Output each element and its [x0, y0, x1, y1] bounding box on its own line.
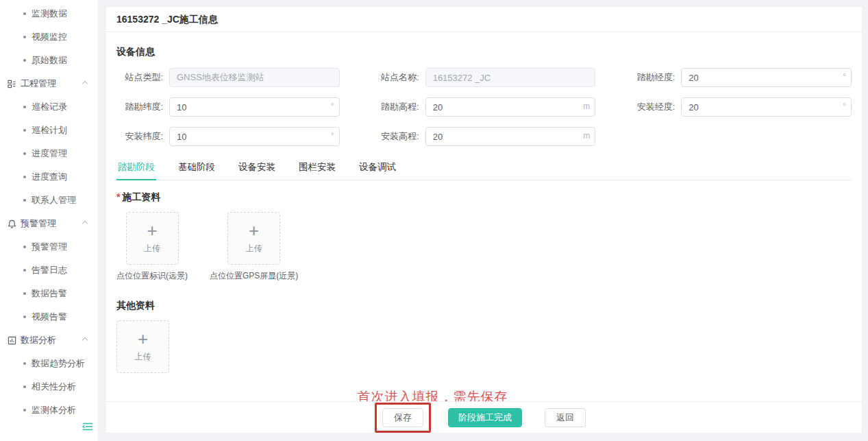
menu-fold-icon[interactable]	[80, 420, 95, 433]
field-install-elevation: 安装高程: m	[373, 127, 596, 146]
sidebar-item-video-alarm[interactable]: 视频告警	[0, 305, 98, 329]
construction-materials-title: *施工资料	[116, 191, 852, 204]
back-button[interactable]: 返回	[545, 408, 586, 427]
field-install-longitude: 安装经度: °	[628, 97, 852, 117]
bullet-icon	[23, 385, 26, 388]
data-analysis-icon	[7, 335, 16, 345]
sidebar-item-data-trend-analysis[interactable]: 数据趋势分析	[0, 352, 98, 375]
upload-caption: 点位位置标识(远景)	[116, 270, 188, 282]
required-asterisk: *	[116, 191, 120, 202]
plus-icon: +	[249, 222, 259, 239]
sidebar: 监测数据 视频监控 原始数据 工程管理 巡检记录 巡检计划 进度管理 进度查询 …	[0, 0, 98, 441]
sidebar-item-label: 数据趋势分析	[32, 357, 85, 370]
alert-management-icon	[7, 219, 16, 228]
field-station-type: 站点类型:	[116, 68, 340, 87]
bullet-icon	[23, 12, 26, 15]
bullet-icon	[23, 362, 26, 365]
upload-other-button[interactable]: + 上传	[116, 320, 169, 373]
sidebar-group-alert-management[interactable]: 预警管理	[0, 212, 98, 235]
sidebar-item-label: 预警管理	[32, 241, 67, 253]
bullet-icon	[23, 269, 26, 272]
survey-latitude-label: 踏勘纬度:	[116, 101, 163, 113]
sidebar-item-inspection-records[interactable]: 巡检记录	[0, 95, 98, 119]
field-station-name: 站点名称:	[373, 68, 596, 87]
survey-elevation-input[interactable]	[425, 97, 596, 117]
install-longitude-input[interactable]	[681, 97, 852, 117]
survey-elevation-label: 踏勘高程:	[373, 101, 419, 113]
sidebar-item-progress-query[interactable]: 进度查询	[0, 165, 98, 189]
save-button[interactable]: 保存	[382, 408, 423, 427]
sidebar-item-label: 巡检记录	[32, 101, 67, 113]
station-type-label: 站点类型:	[116, 71, 163, 84]
tab-survey-stage[interactable]: 踏勘阶段	[116, 157, 156, 180]
sidebar-item-video-monitor[interactable]: 视频监控	[0, 25, 98, 49]
stage-tabs: 踏勘阶段 基础阶段 设备安装 围栏安装 设备调试	[116, 157, 852, 180]
survey-longitude-input[interactable]	[681, 68, 852, 87]
sidebar-group-label: 数据分析	[21, 334, 56, 346]
construction-info-panel: 16153272 _JC施工信息 设备信息 站点类型: 站点名称: 踏勘经度: …	[106, 7, 862, 433]
upload-gps-display-button[interactable]: + 上传	[227, 212, 280, 265]
bullet-icon	[23, 315, 26, 318]
station-name-input	[425, 68, 596, 87]
station-type-input	[169, 68, 340, 87]
chevron-up-icon	[82, 81, 88, 86]
upload-site-marker-button[interactable]: + 上传	[126, 212, 179, 265]
device-info-section-title: 设备信息	[116, 46, 852, 58]
sidebar-group-label: 工程管理	[21, 78, 56, 90]
tab-foundation-stage[interactable]: 基础阶段	[177, 157, 216, 180]
install-longitude-label: 安装经度:	[628, 101, 675, 113]
sidebar-group-project-management[interactable]: 工程管理	[0, 72, 98, 95]
field-install-latitude: 安装纬度: °	[116, 127, 340, 146]
bullet-icon	[23, 129, 26, 132]
sidebar-item-progress-management[interactable]: 进度管理	[0, 142, 98, 165]
upload-group-other: + 上传	[116, 320, 169, 373]
other-materials-title: 其他资料	[116, 300, 852, 312]
bullet-icon	[23, 176, 26, 178]
station-name-label: 站点名称:	[373, 71, 419, 84]
tab-fence-install[interactable]: 围栏安装	[297, 157, 337, 180]
tab-device-install[interactable]: 设备安装	[237, 157, 277, 180]
sidebar-item-correlation-analysis[interactable]: 相关性分析	[0, 375, 98, 398]
sidebar-item-label: 告警日志	[32, 264, 67, 276]
sidebar-item-label: 监测数据	[32, 8, 67, 20]
sidebar-item-alarm-log[interactable]: 告警日志	[0, 259, 98, 282]
sidebar-group-label: 预警管理	[21, 217, 56, 230]
install-latitude-input[interactable]	[169, 127, 340, 146]
sidebar-group-data-analysis[interactable]: 数据分析	[0, 329, 98, 352]
chevron-up-icon	[82, 221, 88, 226]
upload-button-label: 上传	[144, 243, 160, 254]
install-latitude-label: 安装纬度:	[116, 130, 163, 143]
sidebar-item-raw-data[interactable]: 原始数据	[0, 49, 98, 72]
sidebar-item-label: 巡检计划	[32, 124, 67, 136]
chevron-up-icon	[82, 337, 88, 343]
sidebar-item-data-alarm[interactable]: 数据告警	[0, 282, 98, 305]
plus-icon: +	[147, 222, 157, 239]
bullet-icon	[23, 106, 26, 108]
tab-device-debug[interactable]: 设备调试	[358, 157, 397, 180]
footer-actions: 保存 阶段施工完成 返回	[106, 401, 862, 433]
install-elevation-label: 安装高程:	[373, 130, 419, 143]
sidebar-item-monitoring-body-analysis[interactable]: 监测体分析	[0, 398, 98, 422]
form-empty-cell	[628, 127, 852, 146]
sidebar-item-label: 进度管理	[32, 147, 67, 160]
bullet-icon	[23, 292, 26, 295]
sidebar-item-label: 监测体分析	[32, 404, 76, 416]
survey-latitude-input[interactable]	[169, 97, 340, 117]
save-button-wrapper: 保存	[382, 408, 423, 427]
page-title: 16153272 _JC施工信息	[106, 7, 862, 32]
construction-uploads: + 上传 点位位置标识(远景) + 上传 点位位置GPS屏显(近景)	[116, 212, 852, 282]
sidebar-item-label: 视频监控	[32, 31, 67, 43]
sidebar-item-label: 联系人管理	[32, 194, 76, 206]
install-elevation-input[interactable]	[425, 127, 596, 146]
field-survey-longitude: 踏勘经度: °	[628, 68, 852, 87]
upload-button-label: 上传	[135, 351, 151, 363]
bullet-icon	[23, 246, 26, 248]
sidebar-item-warning-management[interactable]: 预警管理	[0, 235, 98, 259]
sidebar-item-monitor-data[interactable]: 监测数据	[0, 2, 98, 25]
bullet-icon	[23, 36, 26, 38]
upload-group-gps-display: + 上传 点位位置GPS屏显(近景)	[210, 212, 298, 282]
sidebar-item-label: 相关性分析	[32, 381, 76, 393]
sidebar-item-inspection-plan[interactable]: 巡检计划	[0, 119, 98, 142]
stage-complete-button[interactable]: 阶段施工完成	[448, 408, 522, 427]
sidebar-item-contact-management[interactable]: 联系人管理	[0, 189, 98, 212]
